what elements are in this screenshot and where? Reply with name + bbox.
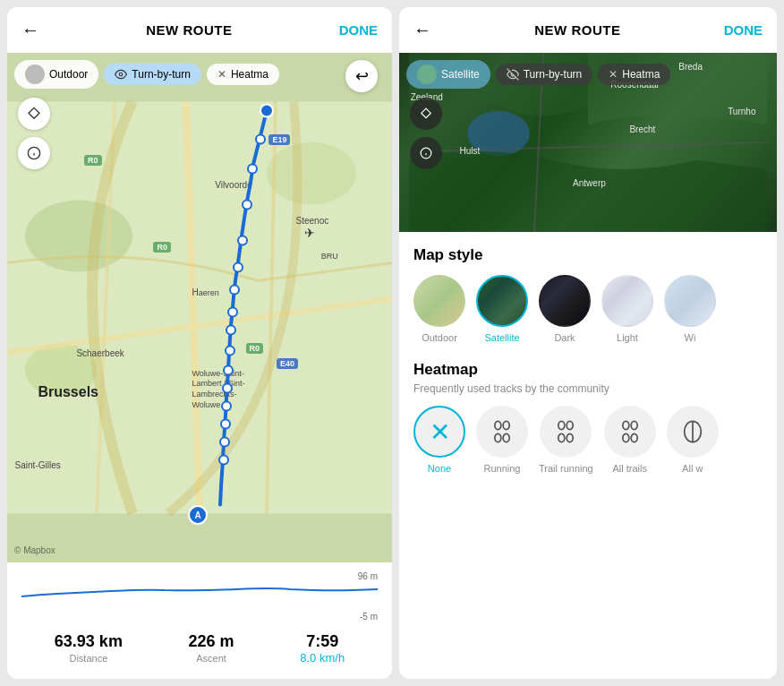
bottom-bar: 96 m -5 m 63.93 km Distance 226 m Ascent… [7, 562, 392, 679]
heatmap-running[interactable]: Running [476, 406, 528, 474]
close-icon-right: ✕ [609, 68, 618, 81]
filter-turn-by-turn[interactable]: Turn-by-turn [104, 64, 201, 85]
road-r0-2: R0 [153, 242, 171, 253]
svg-point-2 [267, 142, 356, 205]
filter-turn-label: Turn-by-turn [132, 68, 191, 81]
heatmap-none[interactable]: ✕ None [413, 406, 465, 474]
road-e19: E19 [268, 134, 290, 145]
elevation-chart: 96 m -5 m [7, 570, 392, 623]
satellite-thumb [476, 275, 528, 327]
svg-point-1 [25, 201, 132, 272]
svg-point-24 [120, 73, 124, 76]
turn-button[interactable]: ↩ [345, 60, 378, 92]
wi-thumb [664, 275, 716, 327]
svg-point-44 [631, 433, 637, 442]
stat-time: 7:59 8.0 km/h [300, 632, 345, 665]
left-done-button[interactable]: DONE [339, 22, 378, 38]
svg-point-42 [631, 421, 637, 429]
dark-thumb [539, 275, 591, 327]
time-value: 7:59 [300, 632, 345, 651]
heatmap-trail[interactable]: Trail running [539, 406, 593, 474]
map-controls-left [18, 98, 50, 169]
dark-label: Dark [554, 332, 575, 343]
trail-icon [553, 419, 578, 444]
all-w-label: All w [682, 463, 703, 474]
right-filter-turn[interactable]: Turn-by-turn [496, 64, 593, 85]
right-map-controls [410, 98, 442, 169]
mapbox-label: © Mapbox [14, 545, 55, 555]
left-panel: ← NEW ROUTE DONE Vilvoorde Steenoc Haere… [7, 7, 392, 679]
svg-point-36 [503, 433, 509, 442]
light-thumb [601, 275, 653, 327]
running-thumb [476, 406, 528, 458]
style-option-outdoor[interactable]: Outdoor [413, 275, 465, 343]
left-title: NEW ROUTE [146, 22, 232, 38]
stats-row: 63.93 km Distance 226 m Ascent 7:59 8.0 … [7, 623, 392, 677]
style-option-light[interactable]: Light [601, 275, 653, 343]
svg-line-27 [409, 142, 767, 151]
right-navigation-button[interactable] [410, 98, 442, 130]
close-icon-left: ✕ [217, 68, 226, 81]
trail-label: Trail running [539, 463, 593, 474]
distance-label: Distance [55, 653, 123, 664]
all-w-thumb [667, 406, 719, 458]
all-trails-icon [618, 419, 643, 444]
left-filter-bar: Outdoor Turn-by-turn ✕ Heatma [14, 60, 385, 89]
right-panel: ← NEW ROUTE DONE Zeeland Roosendaal Bred… [399, 7, 777, 679]
filter-heatmap-label-left: Heatma [231, 68, 268, 81]
running-icon [490, 419, 515, 444]
svg-marker-20 [29, 107, 39, 118]
right-done-button[interactable]: DONE [724, 22, 763, 38]
heatmap-all-trails[interactable]: All trails [604, 406, 656, 474]
distance-value: 63.93 km [55, 632, 123, 651]
heatmap-all-w[interactable]: All w [667, 406, 719, 474]
right-back-button[interactable]: ← [413, 20, 431, 40]
left-back-button[interactable]: ← [21, 20, 39, 40]
all-w-icon [680, 419, 705, 444]
filter-heatmap-left[interactable]: ✕ Heatma [207, 64, 279, 85]
right-filter-heatmap[interactable]: ✕ Heatma [598, 64, 670, 85]
svg-point-37 [558, 421, 565, 429]
right-filter-satellite[interactable]: Satellite [406, 60, 490, 89]
heatmap-title: Heatmap [413, 361, 763, 379]
svg-point-34 [503, 421, 509, 429]
none-x-icon: ✕ [430, 417, 450, 447]
trail-thumb [540, 406, 592, 458]
style-option-dark[interactable]: Dark [539, 275, 591, 343]
right-filter-bar: Satellite Turn-by-turn ✕ Heatma [406, 60, 770, 89]
svg-point-33 [495, 421, 501, 429]
outdoor-thumb [413, 275, 465, 327]
right-map: Zeeland Roosendaal Breda Hulst Brecht Tu… [399, 53, 777, 232]
outdoor-label: Outdoor [422, 332, 457, 343]
svg-point-35 [495, 433, 501, 442]
style-option-wi[interactable]: Wi [664, 275, 716, 343]
info-button[interactable] [18, 137, 50, 169]
ascent-value: 226 m [189, 632, 234, 651]
svg-point-41 [623, 421, 629, 429]
style-option-satellite[interactable]: Satellite [476, 275, 528, 343]
stat-distance: 63.93 km Distance [55, 632, 123, 665]
elevation-max: 96 m [358, 571, 378, 581]
settings-section: Map style Outdoor Satellite Dark Light W… [399, 232, 777, 679]
road-r0-1: R0 [84, 155, 102, 166]
navigation-button[interactable] [18, 98, 50, 130]
right-filter-satellite-label: Satellite [441, 68, 480, 81]
light-label: Light [617, 332, 638, 343]
all-trails-thumb [604, 406, 656, 458]
filter-outdoor-label: Outdoor [49, 68, 88, 81]
airport-icon: ✈ [304, 226, 315, 240]
svg-point-39 [558, 433, 565, 442]
ascent-label: Ascent [189, 653, 234, 664]
left-map: Vilvoorde Steenoc Haeren Schaerbeek Brus… [7, 53, 392, 562]
heatmap-options: ✕ None Running [413, 406, 763, 474]
filter-outdoor[interactable]: Outdoor [14, 60, 98, 89]
eye-off-icon [507, 68, 519, 81]
speed-value: 8.0 km/h [300, 651, 345, 665]
all-trails-label: All trails [612, 463, 647, 474]
left-header: ← NEW ROUTE DONE [7, 7, 392, 53]
right-header: ← NEW ROUTE DONE [399, 7, 777, 53]
svg-point-3 [25, 344, 97, 398]
stat-ascent: 226 m Ascent [189, 632, 234, 665]
right-info-button[interactable] [410, 137, 442, 169]
none-thumb: ✕ [413, 406, 465, 458]
